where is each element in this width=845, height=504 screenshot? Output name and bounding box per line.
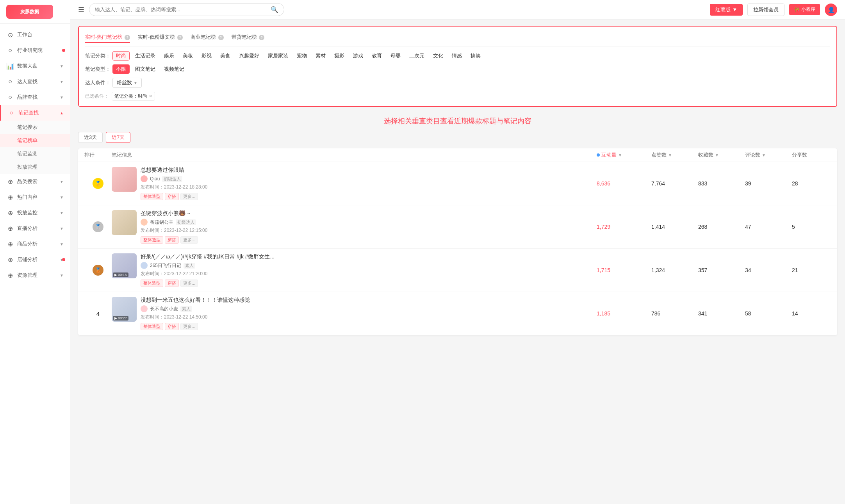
note-tag-more[interactable]: 更多...: [180, 236, 198, 244]
tab-sales[interactable]: 带货笔记榜 ?: [232, 32, 265, 42]
rank-silver: 🥈: [93, 221, 103, 232]
tab-realtime-low[interactable]: 实时-低粉爆文榜 ?: [138, 32, 183, 42]
sidebar-item-workbench[interactable]: ⊙ 工作台: [0, 27, 70, 43]
notes-icon: ○: [7, 109, 15, 117]
col-favorites[interactable]: 收藏数 ▼: [698, 151, 745, 159]
sidebar-item-note-rank[interactable]: 笔记榜单: [0, 134, 70, 147]
category-tag-hobby[interactable]: 兴趣爱好: [236, 52, 262, 60]
fans-dropdown[interactable]: 粉丝数 ▼: [112, 78, 142, 88]
rank-badge-3: 🥉: [84, 265, 112, 276]
category-tag-material[interactable]: 素材: [312, 52, 329, 60]
category-tag-video[interactable]: 影视: [198, 52, 215, 60]
note-title-2[interactable]: 圣诞穿波点小熊🐻 ~: [141, 210, 597, 217]
category-tag-emotion[interactable]: 情感: [449, 52, 465, 60]
selected-bar: 已选条件： 笔记分类：时尚 ✕: [85, 92, 830, 101]
search-icon[interactable]: 🔍: [271, 6, 278, 13]
category-tag-entertainment[interactable]: 娱乐: [161, 52, 177, 60]
note-tag[interactable]: 穿搭: [165, 280, 179, 287]
category-tag-food[interactable]: 美食: [217, 52, 234, 60]
col-interaction[interactable]: 互动量 ▼: [597, 151, 651, 159]
sidebar-nav: ⊙ 工作台 ○ 行业研究院 📊 数据大盘 ▼ ○ 达人查找 ▼ ○ 品牌查找 ▼: [0, 24, 70, 504]
note-tag[interactable]: 整体造型: [141, 280, 163, 287]
note-tag[interactable]: 整体造型: [141, 236, 163, 244]
thumb-img: [112, 210, 137, 235]
note-title-3[interactable]: 好呆/(／／ω／／)/#jk穿搭 #我的JK日常 #jk #微胖女生...: [141, 253, 597, 260]
note-thumbnail-3: ▶00:16: [112, 253, 137, 278]
note-tag-more[interactable]: 更多...: [180, 323, 198, 330]
category-tag-funny[interactable]: 搞笑: [467, 52, 484, 60]
author-name-1: Qiau: [150, 176, 160, 182]
sidebar-item-category[interactable]: ⊕ 品类搜索 ▼: [0, 174, 70, 189]
date-btn-3days[interactable]: 近3天: [78, 132, 103, 143]
mini-program-button[interactable]: 🎋 小程序: [789, 4, 820, 15]
note-tag[interactable]: 整体造型: [141, 323, 163, 330]
note-tag-more[interactable]: 更多...: [180, 193, 198, 200]
sidebar-item-notes[interactable]: ○ 笔记查找 ▲: [0, 105, 70, 121]
sidebar-item-ad-manage[interactable]: 投放管理: [0, 160, 70, 174]
sidebar-item-product[interactable]: ⊕ 商品分析 ▼: [0, 236, 70, 252]
sidebar-item-hot-content[interactable]: ⊕ 热门内容 ▼: [0, 189, 70, 205]
search-input[interactable]: [95, 7, 267, 12]
date-btn-7days[interactable]: 近7天: [106, 132, 130, 143]
note-body-1: 总想要透过你眼睛 Qiau 初级达人 发布时间：2023-12-22 18:28…: [141, 167, 597, 200]
type-tag-image[interactable]: 图文笔记: [132, 65, 159, 73]
sidebar-item-industry[interactable]: ○ 行业研究院: [0, 43, 70, 58]
table-row: 🥇 总想要透过你眼睛 Qiau 初级达人 发布时间：2023-12-22 18:…: [78, 162, 837, 205]
category-tag-baby[interactable]: 母婴: [387, 52, 404, 60]
selected-tag-fashion: 笔记分类：时尚 ✕: [112, 92, 155, 101]
type-tag-video[interactable]: 视频笔记: [161, 65, 187, 73]
note-info-4: ▶00:2? 没想到一米五也这么好看！！！谁懂这种感觉 长不高的小麦 素人 发布…: [112, 297, 597, 330]
note-title-1[interactable]: 总想要透过你眼睛: [141, 167, 597, 174]
influencer-icon: ○: [6, 78, 14, 85]
member-button[interactable]: 拉新领会员: [747, 4, 784, 16]
tab-realtime-hot[interactable]: 实时-热门笔记榜 ?: [85, 32, 130, 42]
category-tag-life[interactable]: 生活记录: [132, 52, 159, 60]
rank-badge-2: 🥈: [84, 221, 112, 232]
sidebar-item-live[interactable]: ⊕ 直播分析 ▼: [0, 221, 70, 236]
sidebar-item-resource[interactable]: ⊕ 资源管理 ▼: [0, 267, 70, 283]
note-tag[interactable]: 整体造型: [141, 193, 163, 200]
category-tag-pet[interactable]: 宠物: [294, 52, 310, 60]
col-likes[interactable]: 点赞数 ▼: [651, 151, 698, 159]
filter-box: 实时-热门笔记榜 ? 实时-低粉爆文榜 ? 商业笔记榜 ? 带货笔记榜 ?: [78, 26, 837, 107]
author-avatar-2: [141, 219, 148, 226]
sidebar-item-influencer[interactable]: ○ 达人查找 ▼: [0, 74, 70, 89]
note-tag[interactable]: 穿搭: [165, 236, 179, 244]
note-tag-more[interactable]: 更多...: [180, 280, 198, 287]
note-tag[interactable]: 穿搭: [165, 193, 179, 200]
search-bar: 🔍: [89, 3, 284, 16]
note-tag[interactable]: 穿搭: [165, 323, 179, 330]
category-tag-home[interactable]: 家居家装: [265, 52, 291, 60]
note-title-4[interactable]: 没想到一米五也这么好看！！！谁懂这种感觉: [141, 297, 597, 304]
note-author-4: 长不高的小麦 素人: [141, 305, 597, 312]
sidebar-item-ad-monitor[interactable]: ⊕ 投放监控 ▼: [0, 205, 70, 221]
type-tag-no-limit[interactable]: 不限: [112, 64, 130, 74]
menu-icon[interactable]: ☰: [78, 5, 84, 14]
category-tag-game[interactable]: 游戏: [350, 52, 366, 60]
sidebar-item-note-monitor[interactable]: 笔记监测: [0, 147, 70, 160]
note-body-4: 没想到一米五也这么好看！！！谁懂这种感觉 长不高的小麦 素人 发布时间：2023…: [141, 297, 597, 330]
category-tag-beauty[interactable]: 美妆: [180, 52, 196, 60]
category-tag-anime[interactable]: 二次元: [406, 52, 428, 60]
sidebar-item-shop[interactable]: ⊕ 店铺分析 ▼: [0, 252, 70, 267]
red-version-button[interactable]: 红薯版 ▼: [710, 4, 743, 16]
sidebar-item-data-board[interactable]: 📊 数据大盘 ▼: [0, 58, 70, 74]
topbar: ☰ 🔍 红薯版 ▼ 拉新领会员 🎋 小程序 👤: [70, 0, 845, 20]
note-thumbnail-2: [112, 210, 137, 235]
sidebar-item-label: 店铺分析: [17, 256, 60, 263]
category-tag-edu[interactable]: 教育: [369, 52, 385, 60]
sidebar-item-note-search[interactable]: 笔记搜索: [0, 121, 70, 134]
interaction-value-3: 1,715: [597, 267, 651, 273]
video-duration-3: ▶00:16: [113, 272, 128, 277]
col-comments[interactable]: 评论数 ▼: [745, 151, 792, 159]
category-tag-culture[interactable]: 文化: [430, 52, 446, 60]
sidebar-item-brand[interactable]: ○ 品牌查找 ▼: [0, 89, 70, 105]
condition-filter-row: 达人条件： 粉丝数 ▼: [85, 78, 830, 88]
chevron-down-icon: ▼: [60, 242, 64, 246]
blue-dot: [597, 153, 600, 157]
category-tag-photo[interactable]: 摄影: [331, 52, 348, 60]
category-tag-fashion[interactable]: 时尚: [112, 51, 130, 61]
tab-commercial[interactable]: 商业笔记榜 ?: [191, 32, 224, 42]
avatar[interactable]: 👤: [825, 4, 837, 16]
remove-tag-icon[interactable]: ✕: [149, 94, 152, 99]
